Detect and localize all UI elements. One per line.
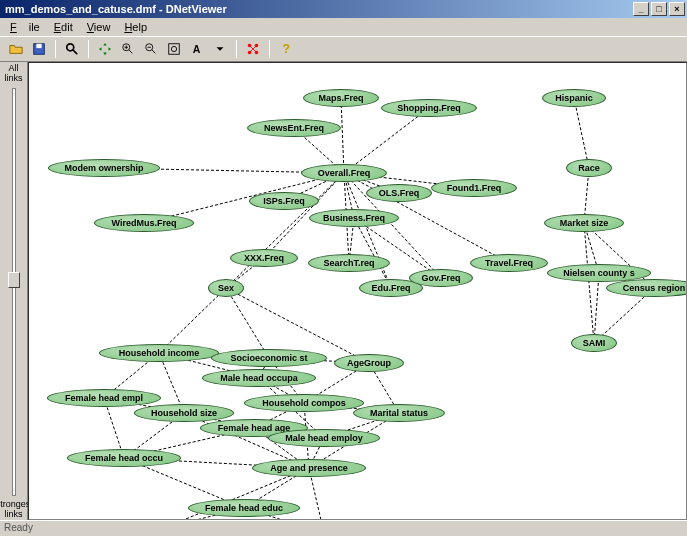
minimize-button[interactable]: _ (633, 2, 649, 16)
layout-icon[interactable] (243, 39, 263, 59)
node-isps[interactable]: ISPs.Freq (249, 192, 319, 210)
edge-business-edu (354, 218, 391, 288)
svg-rect-11 (169, 44, 180, 55)
node-femeduc[interactable]: Female head educ (188, 499, 300, 517)
edge-hispanic-race (574, 98, 589, 168)
edge-sex-socio (226, 288, 269, 358)
node-sex[interactable]: Sex (208, 279, 244, 297)
node-sami[interactable]: SAMI (571, 334, 617, 352)
edge-sami-market (584, 223, 594, 343)
node-wiredmus[interactable]: WiredMus.Freq (94, 214, 194, 232)
node-overall[interactable]: Overall.Freq (301, 164, 387, 182)
node-newsent[interactable]: NewsEnt.Freq (247, 119, 341, 137)
node-maps[interactable]: Maps.Freq (303, 89, 379, 107)
text-icon[interactable]: A (187, 39, 207, 59)
node-agegroup[interactable]: AgeGroup (334, 354, 404, 372)
toolbar: A ? (0, 36, 687, 62)
node-maleempl[interactable]: Male head employ (268, 429, 380, 447)
node-business[interactable]: Business.Freq (309, 209, 399, 227)
window-title: mm_demos_and_catuse.dmf - DNetViewer (2, 3, 631, 15)
svg-line-9 (152, 50, 156, 54)
node-census[interactable]: Census region (606, 279, 687, 297)
node-ols[interactable]: OLS.Freq (366, 184, 432, 202)
edge-overall-shopping (344, 108, 429, 173)
edge-nielsen-sami (594, 273, 599, 343)
find-icon[interactable] (62, 39, 82, 59)
node-hhsize[interactable]: Household size (134, 404, 234, 422)
move-icon[interactable] (95, 39, 115, 59)
maximize-button[interactable]: □ (651, 2, 667, 16)
svg-point-2 (67, 44, 74, 51)
node-hhincome[interactable]: Household income (99, 344, 219, 362)
zoomout-icon[interactable] (141, 39, 161, 59)
zoomfit-icon[interactable] (164, 39, 184, 59)
node-femempl[interactable]: Female head empl (47, 389, 161, 407)
node-femocc[interactable]: Female head occu (67, 449, 181, 467)
save-icon[interactable] (29, 39, 49, 59)
node-malehocc[interactable]: Male head occupa (202, 369, 316, 387)
slider-thumb[interactable] (8, 272, 20, 288)
node-market[interactable]: Market size (544, 214, 624, 232)
link-filter-sidebar: All links Strongest links (0, 62, 28, 520)
menu-edit[interactable]: Edit (48, 20, 79, 34)
node-gov[interactable]: Gov.Freq (409, 269, 473, 287)
svg-point-12 (171, 46, 176, 51)
node-marital[interactable]: Marital status (353, 404, 445, 422)
help-icon[interactable]: ? (276, 39, 296, 59)
svg-text:?: ? (283, 42, 290, 56)
zoomin-icon[interactable] (118, 39, 138, 59)
node-travel[interactable]: Travel.Freq (470, 254, 548, 272)
menu-view[interactable]: View (81, 20, 117, 34)
status-bar: Ready (0, 520, 687, 536)
link-slider[interactable] (12, 88, 16, 496)
svg-line-5 (129, 50, 133, 54)
menu-file[interactable]: File (4, 20, 46, 34)
menu-bar: File Edit View Help (0, 18, 687, 36)
graph-canvas[interactable]: Modem ownershipNewsEnt.FreqMaps.FreqShop… (28, 62, 687, 520)
node-shopping[interactable]: Shopping.Freq (381, 99, 477, 117)
title-bar: mm_demos_and_catuse.dmf - DNetViewer _ □… (0, 0, 687, 18)
dropdown-icon[interactable] (210, 39, 230, 59)
open-icon[interactable] (6, 39, 26, 59)
menu-help[interactable]: Help (118, 20, 153, 34)
svg-text:A: A (193, 43, 201, 55)
node-socio[interactable]: Socioeconomic st (211, 349, 327, 367)
node-hispanic[interactable]: Hispanic (542, 89, 606, 107)
edge-sex-overall (226, 173, 344, 288)
svg-line-3 (73, 50, 77, 54)
slider-top-label: All links (0, 64, 27, 84)
node-hhcomp[interactable]: Household compos (244, 394, 364, 412)
edge-overall-maps (341, 98, 344, 173)
svg-rect-1 (36, 44, 41, 48)
node-modem[interactable]: Modem ownership (48, 159, 160, 177)
node-xxx[interactable]: XXX.Freq (230, 249, 298, 267)
status-text: Ready (4, 522, 33, 533)
close-button[interactable]: × (669, 2, 685, 16)
node-found1[interactable]: Found1.Freq (431, 179, 517, 197)
node-agepres[interactable]: Age and presence (252, 459, 366, 477)
node-race[interactable]: Race (566, 159, 612, 177)
node-searcht[interactable]: SearchT.req (308, 254, 390, 272)
